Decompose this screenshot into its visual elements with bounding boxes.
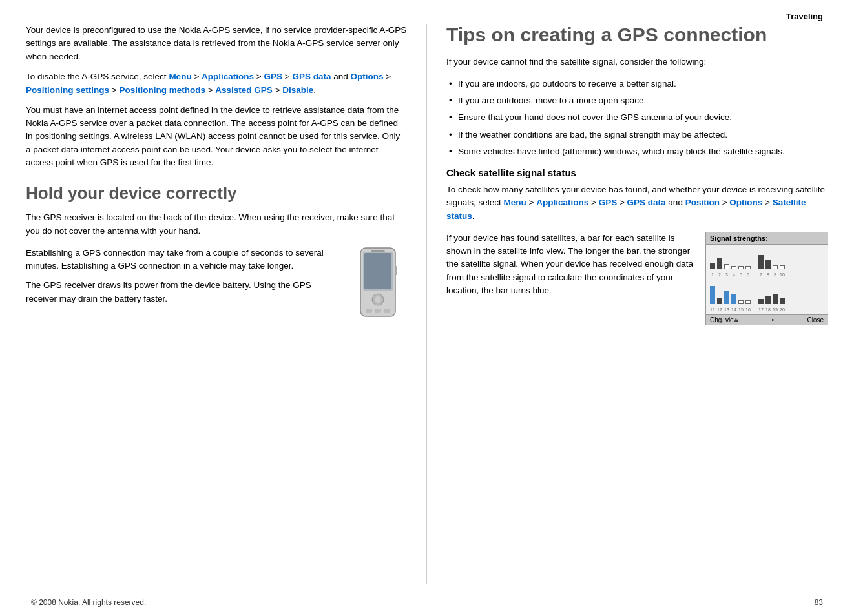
content-area: Your device is preconfigured to use the … <box>0 24 854 584</box>
svg-rect-3 <box>371 250 385 252</box>
bar <box>717 298 722 304</box>
bars-row-1 <box>710 247 824 269</box>
bar <box>717 258 722 269</box>
signal-header: Signal strengths: <box>706 232 828 245</box>
bar <box>780 298 785 304</box>
bar <box>710 263 715 269</box>
body-paragraph: You must have an internet access point d… <box>26 104 407 169</box>
check-para: To check how many satellites your device… <box>446 183 828 223</box>
bar-hollow <box>780 265 785 269</box>
bars-row-2 <box>710 282 824 304</box>
nav-link-gpsdata[interactable]: GPS data <box>292 72 331 81</box>
signal-footer: Chg. view • Close <box>706 314 828 325</box>
bar <box>758 255 764 269</box>
check-heading: Check satellite signal status <box>446 167 828 178</box>
hold-para-2: Establishing a GPS connection may take f… <box>26 247 342 273</box>
copyright: © 2008 Nokia. All rights reserved. <box>31 598 146 607</box>
signal-footer-middle: • <box>771 316 774 323</box>
bar-hollow <box>731 266 736 269</box>
hold-para-3: The GPS receiver draws its power from th… <box>26 279 342 305</box>
bar-hollow <box>738 266 744 269</box>
main-heading: Tips on creating a GPS connection <box>446 24 828 46</box>
bar-hollow <box>745 266 751 269</box>
nav-link-disable[interactable]: Disable <box>282 85 313 95</box>
page-number: 83 <box>815 598 823 607</box>
hold-heading: Hold your device correctly <box>26 183 407 203</box>
list-item: If the weather conditions are bad, the s… <box>446 128 828 141</box>
check-nav-gpsdata[interactable]: GPS data <box>627 198 666 207</box>
signal-numbers-row2: 11 12 13 14 15 16 17 18 19 20 <box>710 307 824 312</box>
signal-numbers-row1: 1 2 3 4 5 6 7 8 9 10 <box>710 272 824 277</box>
bar-hollow <box>745 300 751 304</box>
list-item: Some vehicles have tinted (athermic) win… <box>446 145 828 158</box>
check-nav-menu[interactable]: Menu <box>504 198 526 207</box>
svg-rect-6 <box>395 266 397 275</box>
device-image <box>355 247 407 320</box>
device-row: Establishing a GPS connection may take f… <box>26 247 407 320</box>
bar <box>773 294 778 304</box>
svg-rect-9 <box>384 309 390 313</box>
check-nav-position[interactable]: Position <box>685 198 720 207</box>
signal-box: Signal strengths: <box>705 232 828 325</box>
bar-blue <box>724 291 729 304</box>
svg-point-5 <box>375 296 381 303</box>
nav-link-positioning-settings[interactable]: Positioning settings <box>26 85 109 95</box>
bar <box>765 260 771 269</box>
svg-rect-7 <box>366 309 372 313</box>
signal-bars-area: 1 2 3 4 5 6 7 8 9 10 <box>706 245 828 314</box>
bar-blue <box>710 286 715 304</box>
bar <box>765 296 771 304</box>
check-nav-gps[interactable]: GPS <box>599 198 618 207</box>
list-item: If you are outdoors, move to a more open… <box>446 94 828 107</box>
tips-intro: If your device cannot find the satellite… <box>446 56 828 68</box>
section-title: Traveling <box>786 12 823 21</box>
right-column: Tips on creating a GPS connection If you… <box>427 24 828 584</box>
bar-hollow <box>773 265 778 269</box>
nav-instruction: To disable the A-GPS service, select Men… <box>26 70 407 98</box>
nav-link-assisted-gps[interactable]: Assisted GPS <box>215 85 273 95</box>
satellite-row: If your device has found satellites, a b… <box>446 232 828 325</box>
footer: © 2008 Nokia. All rights reserved. 83 <box>0 584 854 616</box>
intro-paragraph: Your device is preconfigured to use the … <box>26 24 407 63</box>
bar-hollow <box>724 264 729 269</box>
nav-link-positioning-methods[interactable]: Positioning methods <box>119 85 205 95</box>
bar-hollow <box>738 300 744 304</box>
phone-illustration <box>355 247 401 318</box>
list-item: If you are indoors, go outdoors to recei… <box>446 77 828 90</box>
svg-rect-2 <box>364 253 391 289</box>
satellite-paragraph: If your device has found satellites, a b… <box>446 232 696 297</box>
check-nav-options[interactable]: Options <box>729 198 762 207</box>
left-column: Your device is preconfigured to use the … <box>26 24 427 584</box>
tips-list: If you are indoors, go outdoors to recei… <box>446 77 828 158</box>
bar-blue <box>731 294 736 304</box>
nav-link-options[interactable]: Options <box>350 72 383 81</box>
hold-para-1: The GPS receiver is located on the back … <box>26 211 407 238</box>
hold-text: Establishing a GPS connection may take f… <box>26 247 342 314</box>
bar <box>758 299 764 304</box>
list-item: Ensure that your hand does not cover the… <box>446 111 828 124</box>
check-nav-applications[interactable]: Applications <box>536 198 588 207</box>
signal-footer-left[interactable]: Chg. view <box>710 316 738 323</box>
nav-link-menu[interactable]: Menu <box>169 72 191 81</box>
signal-footer-right[interactable]: Close <box>807 316 824 323</box>
section-label: Traveling <box>0 0 854 24</box>
nav-link-applications[interactable]: Applications <box>202 72 254 81</box>
nav-link-gps[interactable]: GPS <box>264 72 282 81</box>
svg-rect-8 <box>375 309 381 313</box>
page: Traveling Your device is preconfigured t… <box>0 0 854 616</box>
